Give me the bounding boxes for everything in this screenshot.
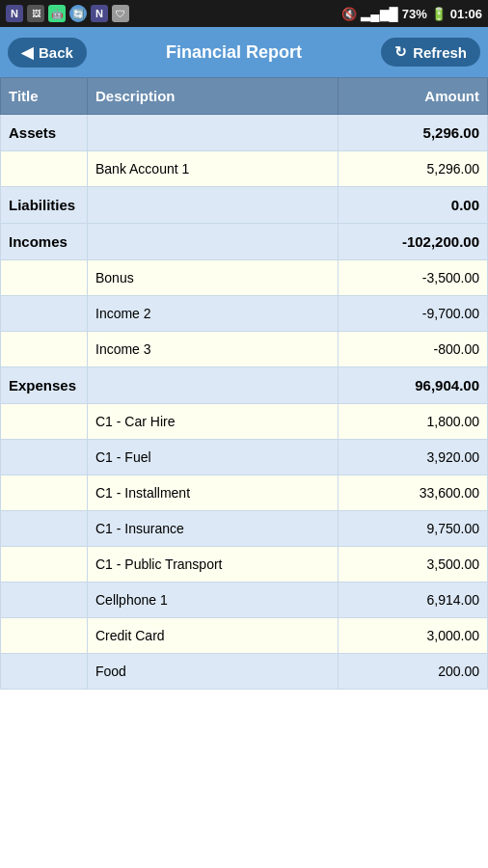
detail-row: Bank Account 1 5,296.00 xyxy=(1,151,488,187)
detail-amount: -9,700.00 xyxy=(339,296,488,332)
detail-row: Bonus -3,500.00 xyxy=(1,260,488,296)
nav-bar: ◀ Back Financial Report ↻ Refresh xyxy=(0,27,488,77)
financial-table: Title Description Amount Assets 5,296.00… xyxy=(0,77,488,690)
icon-n: N xyxy=(6,5,23,22)
detail-row: C1 - Car Hire 1,800.00 xyxy=(1,404,488,440)
detail-title xyxy=(1,618,88,654)
detail-row: Cellphone 1 6,914.00 xyxy=(1,583,488,618)
back-button[interactable]: ◀ Back xyxy=(8,38,87,68)
category-row: Assets 5,296.00 xyxy=(1,115,488,151)
detail-description: C1 - Insurance xyxy=(88,511,339,547)
detail-description: C1 - Public Transport xyxy=(88,547,339,583)
detail-row: C1 - Insurance 9,750.00 xyxy=(1,511,488,547)
detail-row: C1 - Fuel 3,920.00 xyxy=(1,440,488,475)
page-title: Financial Report xyxy=(166,42,302,63)
mute-icon: 🔇 xyxy=(341,7,357,21)
detail-row: C1 - Installment 33,600.00 xyxy=(1,475,488,511)
detail-amount: 1,800.00 xyxy=(339,404,488,440)
header-title: Title xyxy=(1,78,88,115)
detail-title xyxy=(1,475,88,511)
category-row: Expenses 96,904.00 xyxy=(1,367,488,404)
category-amount: 0.00 xyxy=(339,187,488,224)
detail-title xyxy=(1,260,88,296)
category-amount: 96,904.00 xyxy=(339,367,488,404)
signal-bars: ▂▄▆█ xyxy=(361,7,397,21)
refresh-button[interactable]: ↻ Refresh xyxy=(381,38,480,67)
detail-amount: 3,000.00 xyxy=(339,618,488,654)
battery-level: 73% xyxy=(402,7,427,21)
detail-row: Food 200.00 xyxy=(1,654,488,690)
detail-amount: 3,500.00 xyxy=(339,547,488,583)
category-description xyxy=(88,367,339,404)
category-row: Liabilities 0.00 xyxy=(1,187,488,224)
detail-amount: 6,914.00 xyxy=(339,583,488,618)
category-amount: 5,296.00 xyxy=(339,115,488,151)
icon-n2: N xyxy=(91,5,108,22)
detail-amount: -800.00 xyxy=(339,332,488,367)
back-arrow-icon: ◀ xyxy=(21,43,33,62)
header-description: Description xyxy=(88,78,339,115)
detail-description: C1 - Installment xyxy=(88,475,339,511)
category-description xyxy=(88,187,339,224)
financial-table-container[interactable]: Title Description Amount Assets 5,296.00… xyxy=(0,77,488,868)
detail-title xyxy=(1,654,88,690)
detail-title xyxy=(1,332,88,367)
battery-icon: 🔋 xyxy=(431,7,447,21)
detail-title xyxy=(1,583,88,618)
category-title: Expenses xyxy=(1,367,88,404)
category-title: Incomes xyxy=(1,224,88,260)
detail-row: Credit Card 3,000.00 xyxy=(1,618,488,654)
header-amount: Amount xyxy=(339,78,488,115)
detail-row: Income 3 -800.00 xyxy=(1,332,488,367)
detail-amount: 33,600.00 xyxy=(339,475,488,511)
status-bar: N 🖼 🤖 🔄 N 🛡 🔇 ▂▄▆█ 73% 🔋 01:06 xyxy=(0,0,488,27)
status-info-right: 🔇 ▂▄▆█ 73% 🔋 01:06 xyxy=(341,7,482,21)
detail-description: C1 - Car Hire xyxy=(88,404,339,440)
detail-title xyxy=(1,404,88,440)
category-description xyxy=(88,115,339,151)
detail-title xyxy=(1,296,88,332)
detail-description: Bank Account 1 xyxy=(88,151,339,187)
detail-description: Income 2 xyxy=(88,296,339,332)
detail-title xyxy=(1,151,88,187)
detail-amount: 200.00 xyxy=(339,654,488,690)
table-header-row: Title Description Amount xyxy=(1,78,488,115)
category-amount: -102,200.00 xyxy=(339,224,488,260)
category-title: Assets xyxy=(1,115,88,151)
detail-description: Food xyxy=(88,654,339,690)
detail-amount: -3,500.00 xyxy=(339,260,488,296)
detail-description: Cellphone 1 xyxy=(88,583,339,618)
detail-title xyxy=(1,547,88,583)
detail-title xyxy=(1,440,88,475)
detail-title xyxy=(1,511,88,547)
detail-amount: 5,296.00 xyxy=(339,151,488,187)
clock-time: 01:06 xyxy=(450,7,482,21)
icon-shield: 🛡 xyxy=(112,5,129,22)
detail-row: C1 - Public Transport 3,500.00 xyxy=(1,547,488,583)
icon-picture: 🖼 xyxy=(27,5,44,22)
icon-sync: 🔄 xyxy=(69,5,87,22)
detail-description: Bonus xyxy=(88,260,339,296)
detail-description: Income 3 xyxy=(88,332,339,367)
refresh-icon: ↻ xyxy=(394,43,407,61)
detail-amount: 3,920.00 xyxy=(339,440,488,475)
detail-amount: 9,750.00 xyxy=(339,511,488,547)
refresh-label: Refresh xyxy=(413,44,467,61)
category-title: Liabilities xyxy=(1,187,88,224)
category-row: Incomes -102,200.00 xyxy=(1,224,488,260)
detail-row: Income 2 -9,700.00 xyxy=(1,296,488,332)
category-description xyxy=(88,224,339,260)
status-icons-left: N 🖼 🤖 🔄 N 🛡 xyxy=(6,5,129,22)
detail-description: C1 - Fuel xyxy=(88,440,339,475)
icon-android: 🤖 xyxy=(48,5,66,22)
back-label: Back xyxy=(39,44,73,61)
detail-description: Credit Card xyxy=(88,618,339,654)
